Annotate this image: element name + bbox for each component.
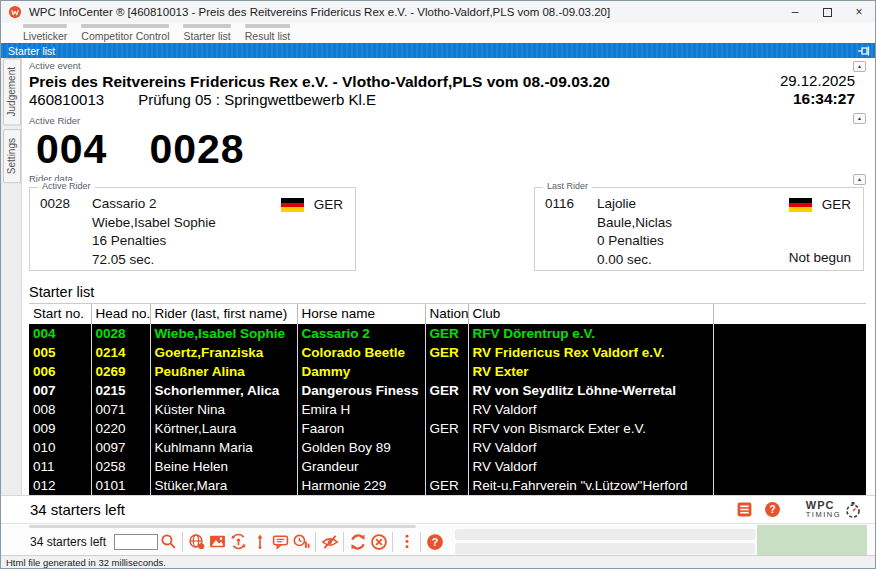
message-button[interactable] [270, 531, 291, 552]
collapse-active-event-button[interactable]: ▲ [853, 61, 866, 72]
cell-nation[interactable]: GER [425, 324, 468, 343]
cell-rider[interactable]: Beine Helen [150, 457, 297, 476]
sound-level-button[interactable] [291, 531, 312, 552]
cell-rider[interactable]: Körtner,Laura [150, 419, 297, 438]
cell-club[interactable]: Reit-u.Fahrverein "v.Lützow"Herford [468, 476, 713, 495]
hide-button[interactable] [319, 531, 340, 552]
cell-nation[interactable] [425, 457, 468, 476]
cell-start-no[interactable]: 010 [29, 438, 91, 457]
minimize-button[interactable]: – [779, 1, 811, 23]
cell-club[interactable]: RV Valdorf [468, 457, 713, 476]
table-row[interactable]: 004 0028 Wiebe,Isabel Sophie Cassario 2 … [29, 324, 866, 343]
tab-result-list[interactable]: Result list [245, 24, 291, 42]
cell-club[interactable]: RV Exter [468, 362, 713, 381]
rotate-rider-button[interactable] [228, 531, 249, 552]
collapse-active-rider-button[interactable]: ▲ [853, 113, 866, 124]
title-bar[interactable]: WPC InfoCenter ® [460810013 - Preis des … [1, 1, 875, 23]
search-input[interactable] [114, 534, 158, 550]
cell-start-no[interactable]: 006 [29, 362, 91, 381]
cell-start-no[interactable]: 005 [29, 343, 91, 362]
cell-start-no[interactable]: 011 [29, 457, 91, 476]
pin-marker-button[interactable] [249, 531, 270, 552]
table-row[interactable]: 006 0269 Peußner Alina Dammy RV Exter [29, 362, 866, 381]
cell-rider[interactable]: Peußner Alina [150, 362, 297, 381]
cell-nation[interactable] [425, 362, 468, 381]
col-horse[interactable]: Horse name [297, 304, 425, 324]
cell-rider[interactable]: Kuhlmann Maria [150, 438, 297, 457]
cell-nation[interactable]: GER [425, 343, 468, 362]
collapse-rider-data-button[interactable]: ▲ [853, 174, 866, 185]
cell-rider[interactable]: Goertz,Franziska [150, 343, 297, 362]
tab-competitor-control[interactable]: Competitor Control [81, 24, 169, 42]
table-row[interactable]: 008 0071 Küster Nina Emira H RV Valdorf [29, 400, 866, 419]
web-publish-button[interactable] [186, 531, 207, 552]
cell-nation[interactable]: GER [425, 419, 468, 438]
cell-start-no[interactable]: 008 [29, 400, 91, 419]
horizontal-scrollbar[interactable] [29, 525, 416, 528]
table-row[interactable]: 010 0097 Kuhlmann Maria Golden Boy 89 RV… [29, 438, 866, 457]
cell-head-no[interactable]: 0028 [91, 324, 150, 343]
cell-start-no[interactable]: 009 [29, 419, 91, 438]
table-row[interactable]: 011 0258 Beine Helen Grandeur RV Valdorf [29, 457, 866, 476]
cell-head-no[interactable]: 0071 [91, 400, 150, 419]
side-tab-judgement[interactable]: Judgement [3, 58, 21, 125]
cell-horse[interactable]: Cassario 2 [297, 324, 425, 343]
maximize-button[interactable] [811, 1, 843, 23]
cell-start-no[interactable]: 007 [29, 381, 91, 400]
cell-rider[interactable]: Wiebe,Isabel Sophie [150, 324, 297, 343]
col-rider[interactable]: Rider (last, first name) [150, 304, 297, 324]
table-row[interactable]: 005 0214 Goertz,Franziska Colorado Beetl… [29, 343, 866, 362]
tab-starter-list[interactable]: Starter list [183, 24, 230, 42]
cell-rider[interactable]: Schorlemmer, Alica [150, 381, 297, 400]
auto-hide-pin-icon[interactable] [857, 45, 871, 57]
screenshot-button[interactable] [207, 531, 228, 552]
help-button[interactable]: ? [762, 499, 783, 520]
cell-head-no[interactable]: 0214 [91, 343, 150, 362]
col-club[interactable]: Club [468, 304, 713, 324]
cell-head-no[interactable]: 0269 [91, 362, 150, 381]
cell-club[interactable]: RV Fridericus Rex Valdorf e.V. [468, 343, 713, 362]
toolbar-help-button[interactable]: ? [424, 531, 445, 552]
table-row[interactable]: 007 0215 Schorlemmer, Alica Dangerous Fi… [29, 381, 866, 400]
cell-horse[interactable]: Colorado Beetle [297, 343, 425, 362]
report-button[interactable] [734, 499, 755, 520]
cell-start-no[interactable]: 004 [29, 324, 91, 343]
cell-horse[interactable]: Golden Boy 89 [297, 438, 425, 457]
more-options-button[interactable] [396, 531, 417, 552]
cell-head-no[interactable]: 0215 [91, 381, 150, 400]
cancel-button[interactable] [368, 531, 389, 552]
cell-rider[interactable]: Küster Nina [150, 400, 297, 419]
cell-horse[interactable]: Dammy [297, 362, 425, 381]
cell-head-no[interactable]: 0220 [91, 419, 150, 438]
col-start-no[interactable]: Start no. [29, 304, 91, 324]
table-row[interactable]: 009 0220 Körtner,Laura Faaron GER RFV vo… [29, 419, 866, 438]
cell-club[interactable]: RV Valdorf [468, 438, 713, 457]
refresh-button[interactable] [347, 531, 368, 552]
cell-club[interactable]: RFV Dörentrup e.V. [468, 324, 713, 343]
cell-head-no[interactable]: 0101 [91, 476, 150, 495]
cell-start-no[interactable]: 012 [29, 476, 91, 495]
cell-head-no[interactable]: 0097 [91, 438, 150, 457]
toolbar-starters-left: 34 starters left [30, 535, 106, 549]
cell-nation[interactable]: GER [425, 476, 468, 495]
cell-club[interactable]: RFV von Bismarck Exter e.V. [468, 419, 713, 438]
cell-horse[interactable]: Faaron [297, 419, 425, 438]
cell-horse[interactable]: Grandeur [297, 457, 425, 476]
side-tab-settings[interactable]: Settings [3, 129, 21, 183]
tab-liveticker[interactable]: Liveticker [23, 24, 67, 42]
close-button[interactable]: × [843, 1, 875, 23]
cell-horse[interactable]: Dangerous Finess [297, 381, 425, 400]
cell-nation[interactable] [425, 400, 468, 419]
cell-club[interactable]: RV Valdorf [468, 400, 713, 419]
cell-head-no[interactable]: 0258 [91, 457, 150, 476]
search-button[interactable] [158, 531, 179, 552]
cell-nation[interactable] [425, 438, 468, 457]
table-row[interactable]: 012 0101 Stüker,Mara Harmonie 229 GER Re… [29, 476, 866, 495]
cell-nation[interactable]: GER [425, 381, 468, 400]
col-nation[interactable]: Nation [425, 304, 468, 324]
cell-horse[interactable]: Emira H [297, 400, 425, 419]
cell-club[interactable]: RV von Seydlitz Löhne-Werretal [468, 381, 713, 400]
col-head-no[interactable]: Head no. [91, 304, 150, 324]
cell-rider[interactable]: Stüker,Mara [150, 476, 297, 495]
cell-horse[interactable]: Harmonie 229 [297, 476, 425, 495]
